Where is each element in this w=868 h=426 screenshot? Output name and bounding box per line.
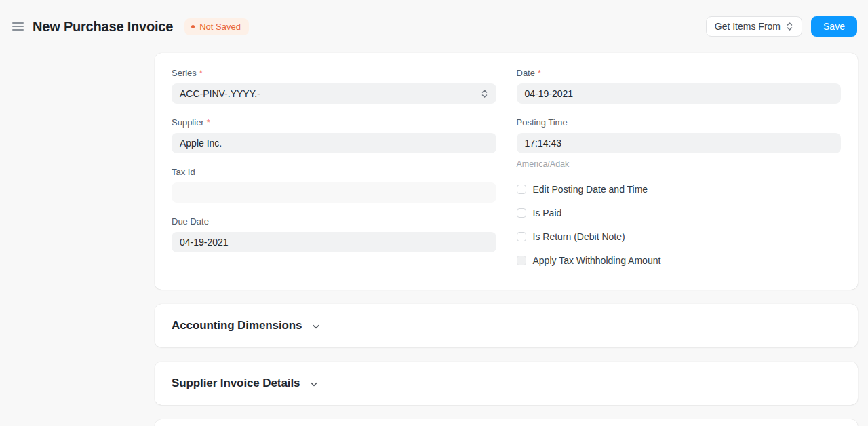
invoice-fields-card: Series * ACC-PINV-.YYYY.- Supplier * — [155, 53, 858, 290]
header: New Purchase Invoice Not Saved Get Items… — [0, 0, 868, 53]
get-items-from-button[interactable]: Get Items From — [706, 16, 802, 37]
checkbox-icon[interactable] — [517, 185, 526, 194]
required-asterisk: * — [538, 68, 541, 78]
get-items-from-label: Get Items From — [715, 21, 781, 32]
timezone-text: America/Adak — [517, 159, 842, 169]
status-dot-icon — [191, 25, 195, 28]
fields-left-column: Series * ACC-PINV-.YYYY.- Supplier * — [172, 68, 496, 273]
tax-id-label: Tax Id — [172, 167, 496, 177]
chevron-down-icon — [311, 321, 321, 332]
section-card-partial — [155, 419, 858, 426]
section-title: Accounting Dimensions — [172, 319, 302, 332]
checkbox-icon[interactable] — [517, 232, 526, 241]
section-title: Supplier Invoice Details — [172, 376, 300, 390]
series-label: Series * — [172, 68, 496, 78]
main-content: Series * ACC-PINV-.YYYY.- Supplier * — [155, 53, 858, 426]
date-input[interactable]: 04-19-2021 — [517, 83, 842, 104]
menu-icon[interactable] — [12, 22, 24, 31]
unfold-icon — [481, 89, 488, 98]
field-posting-time: Posting Time 17:14:43 America/Adak — [517, 117, 842, 169]
fields-right-column: Date * 04-19-2021 Posting Time 17:14:43 … — [517, 68, 842, 273]
field-supplier: Supplier * Apple Inc. — [172, 117, 496, 153]
tax-id-input[interactable] — [172, 182, 496, 203]
due-date-label: Due Date — [172, 216, 496, 227]
header-actions: Get Items From Save — [706, 16, 857, 37]
save-button[interactable]: Save — [811, 16, 857, 37]
posting-time-input[interactable]: 17:14:43 — [517, 133, 842, 153]
series-select[interactable]: ACC-PINV-.YYYY.- — [172, 83, 496, 104]
checkbox-edit-posting-date-and-time[interactable]: Edit Posting Date and Time — [517, 184, 842, 195]
unfold-icon — [786, 22, 793, 31]
page-title: New Purchase Invoice — [33, 19, 173, 35]
checkbox-apply-tax-withholding-amount: Apply Tax Withholding Amount — [517, 255, 842, 266]
field-due-date: Due Date 04-19-2021 — [172, 216, 496, 252]
date-label: Date * — [517, 68, 842, 78]
due-date-input[interactable]: 04-19-2021 — [172, 232, 496, 252]
section-accounting-dimensions[interactable]: Accounting Dimensions — [155, 304, 858, 347]
supplier-input[interactable]: Apple Inc. — [172, 133, 496, 153]
section-supplier-invoice-details[interactable]: Supplier Invoice Details — [155, 362, 858, 405]
checkbox-is-return-debit-note[interactable]: Is Return (Debit Note) — [517, 231, 842, 242]
status-badge-label: Not Saved — [199, 22, 241, 32]
checkbox-icon — [517, 256, 526, 265]
field-date: Date * 04-19-2021 — [517, 68, 842, 104]
status-badge: Not Saved — [184, 18, 249, 35]
checkbox-icon[interactable] — [517, 208, 526, 218]
checkbox-group: Edit Posting Date and Time Is Paid Is Re… — [517, 184, 842, 266]
supplier-label: Supplier * — [172, 117, 496, 128]
field-tax-id: Tax Id — [172, 167, 496, 203]
posting-time-label: Posting Time — [517, 117, 842, 128]
chevron-down-icon — [309, 379, 319, 389]
required-asterisk: * — [199, 68, 203, 78]
required-asterisk: * — [207, 117, 210, 128]
field-series: Series * ACC-PINV-.YYYY.- — [172, 68, 496, 104]
series-value: ACC-PINV-.YYYY.- — [180, 88, 260, 99]
checkbox-is-paid[interactable]: Is Paid — [517, 208, 842, 218]
